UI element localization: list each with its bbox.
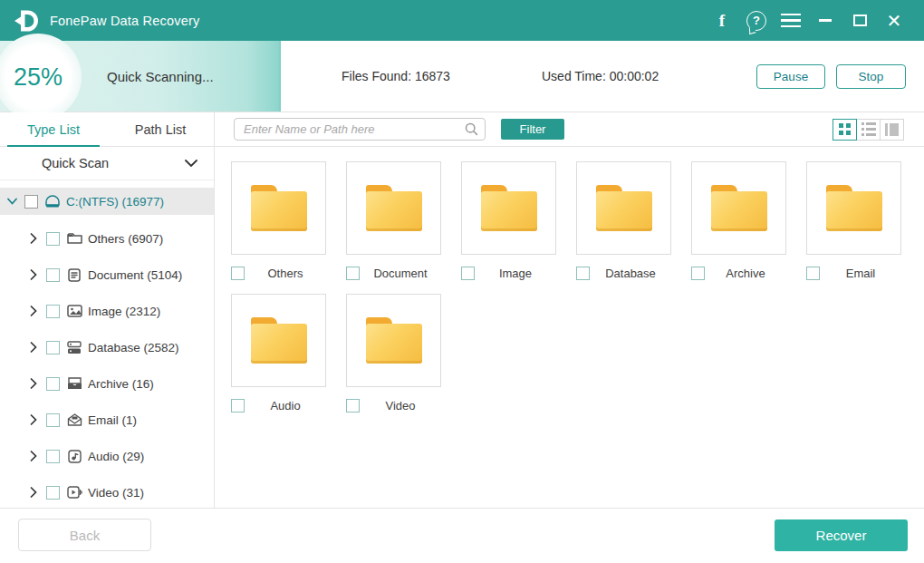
- pause-button[interactable]: Pause: [756, 64, 825, 89]
- filter-button[interactable]: Filter: [501, 119, 564, 140]
- scan-progress-header: 25% Quick Scanning... Files Found: 16873…: [0, 41, 924, 112]
- menu-icon[interactable]: [774, 0, 808, 41]
- checkbox[interactable]: [346, 399, 360, 413]
- folder-icon: [711, 185, 767, 231]
- sidebar-tabs: Type List Path List: [0, 112, 214, 147]
- folder-icon: [366, 185, 422, 231]
- chevron-right-icon[interactable]: [27, 487, 40, 498]
- tab-path-list[interactable]: Path List: [107, 112, 214, 146]
- detail-view-icon[interactable]: [880, 119, 904, 141]
- folder-card[interactable]: [806, 161, 901, 255]
- email-icon: [66, 413, 82, 426]
- folder-label: Others: [245, 267, 326, 280]
- checkbox[interactable]: [46, 305, 60, 318]
- tree-item-label: C:(NTFS) (16977): [66, 195, 164, 209]
- title-bar: FonePaw Data Recovery f ? ✕: [0, 0, 924, 41]
- tree-item-audio[interactable]: Audio (29): [0, 438, 214, 474]
- folder-card[interactable]: [231, 294, 326, 387]
- document-icon: [66, 268, 82, 282]
- stop-button[interactable]: Stop: [836, 64, 906, 89]
- tree-item-label: Email (1): [88, 413, 137, 427]
- tree-item-archive[interactable]: Archive (16): [0, 365, 214, 402]
- checkbox[interactable]: [24, 195, 38, 209]
- folder-cell-archive: Archive: [691, 161, 786, 280]
- tree-item-email[interactable]: Email (1): [0, 402, 214, 438]
- progress-percent: 25%: [14, 63, 63, 92]
- chevron-right-icon[interactable]: [27, 378, 40, 389]
- chevron-down-icon: [185, 160, 197, 168]
- folder-card[interactable]: [346, 161, 441, 255]
- checkbox[interactable]: [46, 413, 60, 427]
- chevron-right-icon[interactable]: [27, 306, 40, 316]
- checkbox[interactable]: [231, 399, 245, 413]
- tree-item-video[interactable]: Video (31): [0, 474, 214, 510]
- maximize-button[interactable]: [842, 0, 877, 41]
- chevron-down-icon[interactable]: [5, 198, 18, 205]
- view-toggle-group: [833, 119, 904, 141]
- help-icon[interactable]: ?: [739, 0, 774, 41]
- tree-item-label: Audio (29): [88, 450, 144, 463]
- drive-icon: [44, 195, 61, 209]
- folder-card[interactable]: [691, 161, 786, 255]
- chevron-right-icon[interactable]: [27, 269, 40, 280]
- folder-card[interactable]: [461, 161, 556, 255]
- checkbox[interactable]: [231, 267, 245, 280]
- checkbox[interactable]: [806, 267, 820, 280]
- checkbox[interactable]: [46, 268, 60, 282]
- checkbox[interactable]: [461, 267, 475, 280]
- folder-cell-document: Document: [346, 161, 441, 280]
- scan-status-text: Quick Scanning...: [107, 41, 214, 112]
- folder-cell-image: Image: [461, 161, 556, 280]
- close-button[interactable]: ✕: [877, 0, 911, 41]
- chevron-right-icon[interactable]: [27, 342, 40, 353]
- app-window: FonePaw Data Recovery f ? ✕ 25% Quick Sc…: [0, 0, 924, 563]
- checkbox[interactable]: [46, 341, 60, 354]
- tree-item-database[interactable]: Database (2582): [0, 329, 214, 365]
- search-icon[interactable]: [465, 122, 478, 140]
- checkbox[interactable]: [46, 450, 60, 463]
- scan-mode-label: Quick Scan: [42, 156, 109, 170]
- checkbox[interactable]: [46, 232, 60, 246]
- chevron-right-icon[interactable]: [27, 451, 40, 461]
- chevron-right-icon[interactable]: [27, 414, 40, 425]
- checkbox[interactable]: [46, 377, 60, 391]
- main-toolbar: Filter: [215, 112, 924, 147]
- search-input[interactable]: [234, 118, 486, 141]
- checkbox[interactable]: [346, 267, 360, 280]
- folder-card[interactable]: [576, 161, 671, 255]
- chevron-right-icon[interactable]: [27, 233, 40, 244]
- folder-label: Email: [820, 267, 901, 280]
- tree-item-image[interactable]: Image (2312): [0, 293, 214, 329]
- tab-type-list[interactable]: Type List: [0, 112, 107, 146]
- facebook-icon[interactable]: f: [705, 0, 739, 41]
- folder-icon: [251, 185, 307, 231]
- list-view-icon[interactable]: [856, 119, 881, 141]
- folder-label: Archive: [705, 267, 786, 280]
- tree-item-drive-c[interactable]: C:(NTFS) (16977): [0, 188, 214, 215]
- checkbox[interactable]: [691, 267, 705, 280]
- video-icon: [66, 486, 82, 499]
- folder-card[interactable]: [346, 294, 441, 387]
- folder-label: Database: [590, 267, 671, 280]
- back-button[interactable]: Back: [18, 519, 151, 551]
- footer-bar: Back Recover: [0, 508, 924, 563]
- sidebar: Type List Path List Quick Scan C:(NTFS) …: [0, 112, 215, 508]
- recover-button[interactable]: Recover: [775, 519, 908, 551]
- folder-card[interactable]: [231, 161, 326, 255]
- titlebar-controls: f ? ✕: [705, 0, 911, 41]
- minimize-button[interactable]: [808, 0, 842, 41]
- tree-item-others[interactable]: Others (6907): [0, 220, 214, 257]
- folder-icon: [366, 317, 422, 364]
- image-icon: [66, 305, 82, 317]
- folder-cell-others: Others: [231, 161, 326, 280]
- scan-mode-selector[interactable]: Quick Scan: [0, 147, 214, 180]
- archive-icon: [66, 377, 82, 390]
- grid-view-icon[interactable]: [833, 119, 857, 141]
- folder-icon: [481, 185, 537, 231]
- checkbox[interactable]: [576, 267, 590, 280]
- folder-label: Document: [360, 267, 441, 280]
- checkbox[interactable]: [46, 486, 60, 500]
- tree-item-document[interactable]: Document (5104): [0, 257, 214, 293]
- folder-label: Audio: [245, 399, 326, 413]
- folder-icon: [596, 185, 652, 231]
